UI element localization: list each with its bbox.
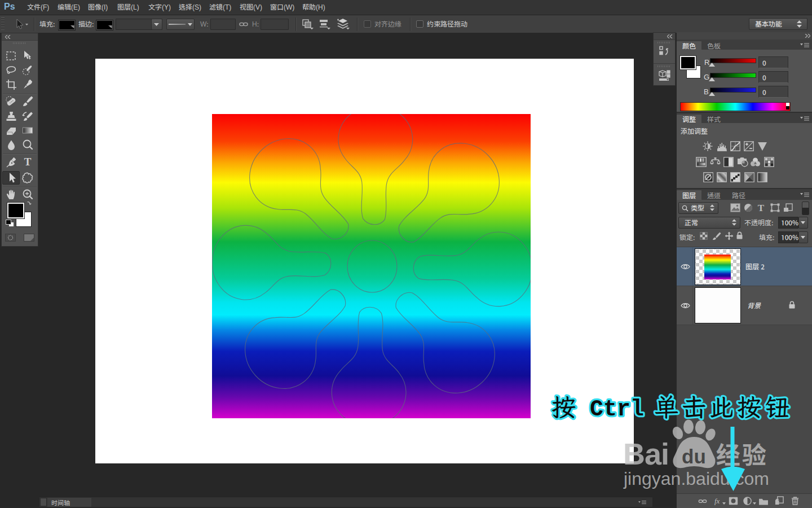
svg-text:jingyan.baidu.com: jingyan.baidu.com xyxy=(623,468,769,489)
svg-text:Ctrl: Ctrl xyxy=(590,397,644,422)
svg-text:T: T xyxy=(758,203,765,212)
svg-text:du: du xyxy=(682,445,706,467)
svg-text:经验: 经验 xyxy=(716,440,768,469)
svg-text:Bai: Bai xyxy=(623,437,669,471)
svg-text:T: T xyxy=(24,156,32,168)
svg-text:按: 按 xyxy=(551,391,576,423)
svg-text:单击此按钮: 单击此按钮 xyxy=(654,391,792,423)
